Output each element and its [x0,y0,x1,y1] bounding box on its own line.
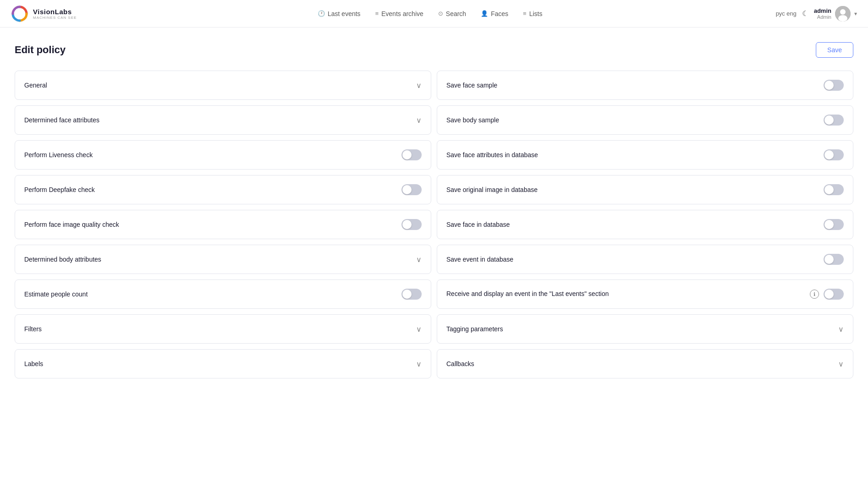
save-body-sample-toggle[interactable] [824,115,844,126]
determined-face-attributes-row[interactable]: Determined face attributes ∨ [15,105,431,135]
save-original-image-db-toggle[interactable] [824,184,844,195]
liveness-toggle[interactable] [401,149,422,160]
people-count-toggle[interactable] [401,289,422,300]
tagging-parameters-chevron: ∨ [838,325,844,334]
main-nav: 🕐 Last events ≡ Events archive ⊙ Search … [84,7,776,20]
general-label: General [24,82,47,89]
right-column: Save face sample Save body sample Save f… [437,71,853,378]
nav-lists-label: Lists [529,10,542,17]
filters-row[interactable]: Filters ∨ [15,314,431,344]
face-quality-row: Perform face image quality check [15,210,431,239]
save-face-attrs-db-toggle[interactable] [824,149,844,160]
filters-label: Filters [24,325,42,333]
filters-chevron: ∨ [416,325,422,334]
save-face-attrs-db-label: Save face attributes in database [446,151,538,159]
page-title: Edit policy [15,44,65,56]
logo-area[interactable]: VisionLabs MACHINES CAN SEE [11,5,84,22]
labels-row[interactable]: Labels ∨ [15,349,431,378]
people-count-row: Estimate people count [15,279,431,309]
save-body-sample-label: Save body sample [446,116,499,124]
save-original-image-db-row: Save original image in database [437,175,853,204]
people-count-label: Estimate people count [24,290,88,298]
labels-chevron: ∨ [416,360,422,368]
user-info: admin Admin [814,7,831,20]
save-face-db-row: Save face in database [437,210,853,239]
left-column: General ∨ Determined face attributes ∨ P… [15,71,431,378]
logo-text: VisionLabs MACHINES CAN SEE [33,8,77,20]
deepfake-toggle[interactable] [401,184,422,195]
save-face-sample-toggle[interactable] [824,80,844,91]
face-quality-toggle[interactable] [401,219,422,230]
save-event-db-toggle[interactable] [824,254,844,265]
policy-grid: General ∨ Determined face attributes ∨ P… [15,71,853,378]
archive-icon: ≡ [375,10,379,17]
clock-icon: 🕐 [318,10,325,17]
user-role: Admin [814,14,831,20]
receive-display-event-row: Receive and display an event in the "Las… [437,279,853,309]
save-face-sample-label: Save face sample [446,82,497,89]
receive-display-event-label: Receive and display an event in the "Las… [446,290,609,299]
callbacks-chevron: ∨ [838,360,844,368]
det-body-attr-chevron: ∨ [416,255,422,264]
svg-point-4 [838,15,847,22]
face-quality-label: Perform face image quality check [24,221,119,228]
nav-events-archive[interactable]: ≡ Events archive [369,7,429,20]
logo-name: VisionLabs [33,8,77,16]
nav-search-label: Search [446,10,466,17]
deepfake-row: Perform Deepfake check [15,175,431,204]
receive-display-event-info-icon[interactable]: ℹ [810,290,819,299]
callbacks-label: Callbacks [446,360,474,367]
lists-icon: ≡ [523,10,526,17]
user-area[interactable]: admin Admin ▾ [814,6,857,22]
theme-toggle-icon[interactable]: ☾ [802,9,808,18]
nav-last-events[interactable]: 🕐 Last events [311,7,367,20]
logo-icon [11,5,28,22]
determined-body-attributes-row[interactable]: Determined body attributes ∨ [15,245,431,274]
tagging-parameters-row[interactable]: Tagging parameters ∨ [437,314,853,344]
nav-search[interactable]: ⊙ Search [432,7,472,20]
labels-label: Labels [24,360,43,367]
save-event-db-row: Save event in database [437,245,853,274]
nav-faces[interactable]: 👤 Faces [474,7,515,20]
svg-point-1 [16,10,23,17]
general-chevron: ∨ [416,81,422,90]
det-face-attr-chevron: ∨ [416,116,422,125]
nav-faces-label: Faces [491,10,508,17]
avatar-icon [835,6,851,22]
page-header: Edit policy Save [15,42,853,58]
main-content: Edit policy Save General ∨ Determined fa… [0,27,868,393]
faces-icon: 👤 [481,10,488,17]
callbacks-row[interactable]: Callbacks ∨ [437,349,853,378]
save-face-db-label: Save face in database [446,221,510,228]
determined-body-attributes-label: Determined body attributes [24,256,101,263]
liveness-label: Perform Liveness check [24,151,92,159]
general-row[interactable]: General ∨ [15,71,431,100]
logo-subtitle: MACHINES CAN SEE [33,16,77,20]
save-event-db-label: Save event in database [446,256,513,263]
header: VisionLabs MACHINES CAN SEE 🕐 Last event… [0,0,868,27]
determined-face-attributes-label: Determined face attributes [24,116,99,124]
save-button[interactable]: Save [816,42,853,58]
save-face-attrs-db-row: Save face attributes in database [437,140,853,170]
lang-switcher[interactable]: рус eng [776,10,796,17]
search-nav-icon: ⊙ [438,10,443,17]
svg-point-3 [840,9,846,15]
save-body-sample-row: Save body sample [437,105,853,135]
deepfake-label: Perform Deepfake check [24,186,95,193]
nav-events-archive-label: Events archive [381,10,423,17]
nav-last-events-label: Last events [328,10,361,17]
receive-display-event-right: ℹ [810,289,844,300]
save-face-sample-row: Save face sample [437,71,853,100]
user-menu-chevron[interactable]: ▾ [854,11,857,17]
nav-lists[interactable]: ≡ Lists [516,7,548,20]
save-original-image-db-label: Save original image in database [446,186,537,193]
liveness-row: Perform Liveness check [15,140,431,170]
receive-display-event-toggle[interactable] [824,289,844,300]
header-right: рус eng ☾ admin Admin ▾ [776,6,857,22]
user-name: admin [814,7,831,14]
tagging-parameters-label: Tagging parameters [446,325,503,333]
avatar [835,6,851,22]
save-face-db-toggle[interactable] [824,219,844,230]
